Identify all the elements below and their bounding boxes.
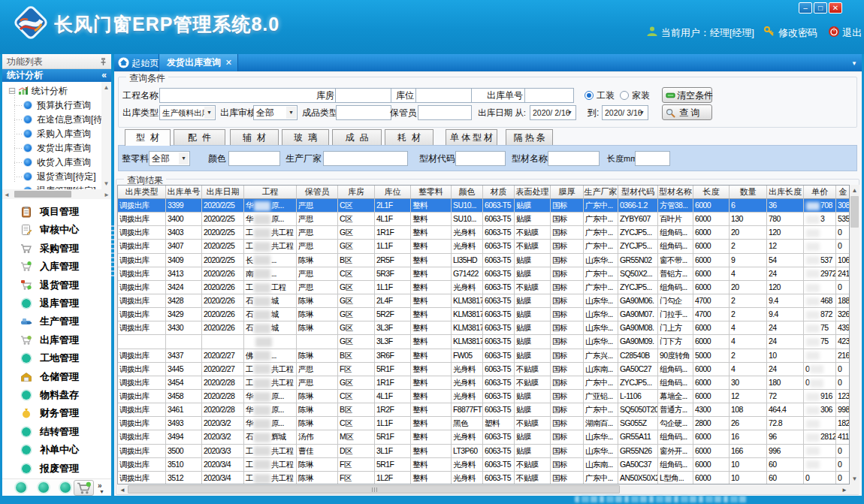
- cell-warehouse[interactable]: G区: [338, 321, 375, 335]
- table-row[interactable]: 调拨出库34942020/3/2石辉城汤伟M区5R1F整料光身料6063-T5贴…: [118, 430, 850, 444]
- cell-material[interactable]: 6063-T5: [483, 294, 515, 308]
- column-header-color[interactable]: 颜色: [452, 186, 483, 199]
- cell-material[interactable]: 6063-T5: [483, 308, 515, 321]
- manufacturer-input[interactable]: [323, 151, 408, 166]
- cell-color[interactable]: 光身料: [452, 240, 483, 253]
- cell-price[interactable]: 468: [804, 294, 836, 308]
- cell-out-length[interactable]: 180: [767, 376, 804, 390]
- cell-project[interactable]: 佛...: [244, 349, 297, 363]
- cell-project[interactable]: [244, 335, 297, 349]
- cell-material[interactable]: 6063-T5: [483, 390, 515, 403]
- cell-color[interactable]: G71422: [452, 267, 483, 281]
- cell-price[interactable]: 0: [804, 472, 836, 484]
- cell-name[interactable]: 门勾企: [658, 294, 693, 308]
- cell-length[interactable]: 6000: [693, 390, 730, 403]
- cell-amount[interactable]: 411: [836, 430, 850, 444]
- cell-project[interactable]: 华原...: [244, 390, 297, 403]
- cell-amount[interactable]: 0: [836, 376, 850, 390]
- cell-order-no[interactable]: 3409: [166, 254, 202, 267]
- cell-surface[interactable]: 不贴膜: [515, 417, 551, 430]
- cell-amount[interactable]: 216: [836, 349, 850, 363]
- cell-type[interactable]: 调拨出库: [118, 390, 166, 403]
- minimize-button[interactable]: –: [799, 2, 812, 14]
- tab-shipping-query[interactable]: 发货出库查询✕: [159, 54, 238, 71]
- cell-surface[interactable]: 贴膜: [515, 445, 551, 458]
- cell-name[interactable]: 组角码...: [658, 458, 693, 472]
- sidebar-module-7[interactable]: 生产管理: [2, 312, 111, 330]
- cell-color[interactable]: F8877FT: [452, 403, 483, 417]
- cell-out-length[interactable]: 996: [767, 445, 804, 458]
- cell-manufacturer[interactable]: 广东中...: [584, 213, 618, 226]
- cell-keeper[interactable]: 严思: [297, 240, 338, 253]
- cell-keeper[interactable]: 陈琳: [297, 472, 338, 484]
- cell-film[interactable]: 国标: [551, 390, 584, 403]
- cell-location[interactable]: 2L4F: [375, 294, 411, 308]
- cell-color[interactable]: LI35HD: [452, 254, 483, 267]
- tab-close-icon[interactable]: ✕: [225, 54, 232, 71]
- cell-length[interactable]: 6000: [693, 226, 730, 240]
- cell-qty[interactable]: 166: [730, 445, 767, 458]
- cell-whole[interactable]: 整料: [411, 308, 452, 321]
- cell-surface[interactable]: 贴膜: [515, 199, 551, 213]
- cell-type[interactable]: 调拨出库: [118, 430, 166, 444]
- cell-film[interactable]: 国标: [551, 254, 584, 267]
- cell-price[interactable]: [804, 240, 836, 253]
- cell-amount[interactable]: 106: [836, 254, 850, 267]
- cell-warehouse[interactable]: D区: [338, 445, 375, 458]
- cell-length[interactable]: 6000: [693, 281, 730, 294]
- cell-color[interactable]: LT3P60: [452, 445, 483, 458]
- tree-item[interactable]: 退货查询[待定]: [23, 170, 96, 183]
- cell-qty[interactable]: 30: [730, 376, 767, 390]
- cell-out-length[interactable]: 120: [767, 226, 804, 240]
- cell-location[interactable]: 5R1F: [375, 458, 411, 472]
- cell-out-length[interactable]: 12: [767, 240, 804, 253]
- cell-qty[interactable]: 26: [730, 417, 767, 430]
- tree-vertical-scrollbar[interactable]: ▲▼: [101, 82, 111, 189]
- cell-out-length[interactable]: 9.4: [767, 294, 804, 308]
- order-no-input[interactable]: [524, 88, 574, 103]
- cell-project[interactable]: 华原...: [244, 417, 297, 430]
- column-header-order-no[interactable]: 出库单号: [166, 186, 202, 199]
- cell-warehouse[interactable]: C区: [338, 199, 375, 213]
- cell-out-length[interactable]: 9.4: [767, 308, 804, 321]
- cell-warehouse[interactable]: C区: [338, 267, 375, 281]
- cell-warehouse[interactable]: C区: [338, 213, 375, 226]
- cell-out-length[interactable]: 72.8: [767, 417, 804, 430]
- table-row[interactable]: 调拨出库34582020/2/28华原...陈琳C区4L1F整料光身料6063-…: [118, 390, 850, 403]
- cell-film[interactable]: 国标: [551, 213, 584, 226]
- cell-keeper[interactable]: [297, 335, 338, 349]
- cell-amount[interactable]: 241: [836, 267, 850, 281]
- cell-material[interactable]: 6063-T5: [483, 267, 515, 281]
- cell-keeper[interactable]: 曹佳: [297, 445, 338, 458]
- cell-name[interactable]: 组角码...: [658, 226, 693, 240]
- cell-material[interactable]: 6063-T5: [483, 363, 515, 376]
- table-row[interactable]: 调拨出库34542020/2/28工共工程严思G区1R1F整料光身料6063-T…: [118, 376, 850, 390]
- cell-warehouse[interactable]: G区: [338, 308, 375, 321]
- cell-amount[interactable]: 998: [836, 403, 850, 417]
- cell-out-length[interactable]: 24: [767, 321, 804, 335]
- cell-length[interactable]: 6000: [693, 458, 730, 472]
- sidebar-module-13[interactable]: 结转管理: [2, 423, 111, 441]
- cell-price[interactable]: 2812: [804, 430, 836, 444]
- cell-whole[interactable]: 整料: [411, 226, 452, 240]
- cell-price[interactable]: 0: [804, 376, 836, 390]
- cell-surface[interactable]: 贴膜: [515, 267, 551, 281]
- cell-warehouse[interactable]: B区: [338, 349, 375, 363]
- cell-qty[interactable]: 20: [730, 226, 767, 240]
- cell-code[interactable]: 0366-1.2: [618, 199, 658, 213]
- cell-order-no[interactable]: 3428: [166, 294, 202, 308]
- cell-code[interactable]: ZYCJP5...: [618, 376, 658, 390]
- cell-type[interactable]: 调拨出库: [118, 240, 166, 253]
- cell-name[interactable]: 组角码...: [658, 376, 693, 390]
- cell-color[interactable]: KLM3817: [452, 321, 483, 335]
- product-type-input[interactable]: [336, 105, 391, 120]
- column-header-out-length[interactable]: 出库长度: [767, 186, 804, 199]
- cell-date[interactable]: 2020/3/4: [202, 458, 244, 472]
- cell-whole[interactable]: 整料: [411, 294, 452, 308]
- table-row[interactable]: 调拨出库34292020/2/26石城陈琳G区5R2F整料KLM38176063…: [118, 308, 850, 321]
- column-header-keeper[interactable]: 保管员: [297, 186, 338, 199]
- cell-warehouse[interactable]: G区: [338, 226, 375, 240]
- cell-code[interactable]: GA90M06.: [618, 294, 658, 308]
- cell-price[interactable]: [804, 281, 836, 294]
- cell-qty[interactable]: 2: [730, 294, 767, 308]
